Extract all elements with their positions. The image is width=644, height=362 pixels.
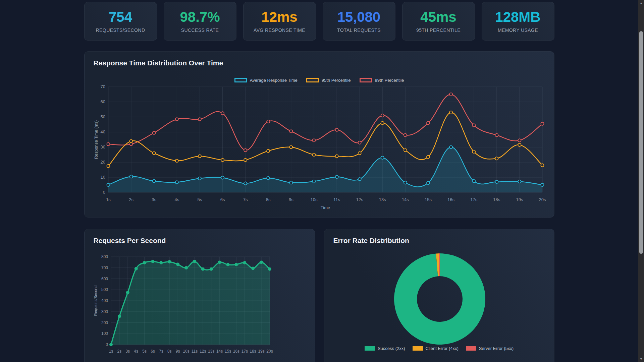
stat-value: 15,080 <box>337 10 380 24</box>
series-99th-percentile <box>107 93 544 152</box>
svg-text:15s: 15s <box>224 349 231 354</box>
svg-text:12s: 12s <box>200 349 206 354</box>
svg-text:17s: 17s <box>470 197 477 202</box>
x-axis-title: Time <box>320 205 330 210</box>
svg-text:70: 70 <box>100 84 105 89</box>
svg-text:15s: 15s <box>424 197 431 202</box>
grid-lines <box>108 87 542 192</box>
svg-text:12s: 12s <box>356 197 363 202</box>
requests-per-second-line-chart: 01002003004005006007008001s2s3s4s5s6s7s8… <box>85 229 315 362</box>
svg-text:10: 10 <box>100 175 105 180</box>
stat-value: 45ms <box>420 10 456 24</box>
stat-label: 95TH PERCENTILE <box>416 27 461 33</box>
stat-label: TOTAL REQUESTS <box>337 27 381 33</box>
svg-text:10s: 10s <box>310 197 317 202</box>
stat-card-95th-percentile: 45ms 95TH PERCENTILE <box>402 2 475 41</box>
svg-text:13s: 13s <box>208 349 214 354</box>
svg-text:4s: 4s <box>174 197 179 202</box>
legend-item-server-error-5xx[interactable]: Server Error (5xx) <box>466 346 514 351</box>
svg-text:20s: 20s <box>266 349 273 354</box>
svg-text:3s: 3s <box>152 197 156 202</box>
scroll-up-icon[interactable]: ▲ <box>638 0 644 6</box>
y-axis-title: Requests/Second <box>94 286 98 316</box>
legend-swatch-client-error <box>413 346 423 351</box>
svg-text:20: 20 <box>100 160 105 165</box>
svg-text:5s: 5s <box>142 349 147 354</box>
svg-text:6s: 6s <box>151 349 155 354</box>
stat-card-requests-per-second: 754 REQUESTS/SECOND <box>84 2 157 41</box>
svg-text:17s: 17s <box>241 349 248 354</box>
legend-label: Success (2xx) <box>378 346 405 351</box>
error-rate-donut-chart <box>324 229 555 362</box>
legend-item-success-2xx[interactable]: Success (2xx) <box>365 346 405 351</box>
svg-text:2s: 2s <box>117 349 121 354</box>
svg-text:20s: 20s <box>539 197 546 202</box>
svg-text:8s: 8s <box>266 197 270 202</box>
scrollbar[interactable]: ▲ ▼ <box>638 0 644 362</box>
stat-label: AVG RESPONSE TIME <box>254 27 305 33</box>
svg-text:200: 200 <box>101 320 108 325</box>
error-rate-legend: Success (2xx) Client Error (4xx) Server … <box>324 346 554 351</box>
svg-text:0: 0 <box>106 342 108 347</box>
legend-swatch-success <box>365 346 375 351</box>
stat-value: 12ms <box>261 10 297 24</box>
stat-card-avg-response-time: 12ms AVG RESPONSE TIME <box>243 2 316 41</box>
legend-item-client-error-4xx[interactable]: Client Error (4xx) <box>413 346 459 351</box>
svg-text:60: 60 <box>100 99 105 104</box>
svg-text:30: 30 <box>100 144 105 149</box>
bottom-row: Requests Per Second 01002003004005006007… <box>84 229 554 362</box>
svg-text:1s: 1s <box>106 197 111 202</box>
svg-text:50: 50 <box>100 114 105 119</box>
svg-text:5s: 5s <box>197 197 202 202</box>
svg-text:10s: 10s <box>183 349 189 354</box>
svg-text:300: 300 <box>101 309 108 314</box>
svg-text:7s: 7s <box>159 349 163 354</box>
svg-text:400: 400 <box>101 298 108 303</box>
svg-text:8s: 8s <box>167 349 171 354</box>
series-average-response-time <box>107 146 544 193</box>
svg-text:19s: 19s <box>516 197 523 202</box>
svg-text:100: 100 <box>101 331 108 336</box>
y-axis-title: Response Time (ms) <box>94 120 99 159</box>
error-rate-panel: Error Rate Distribution Success (2xx) Cl… <box>324 229 554 362</box>
stat-label: SUCCESS RATE <box>181 27 219 33</box>
svg-text:11s: 11s <box>191 349 197 354</box>
svg-text:3s: 3s <box>125 349 130 354</box>
svg-text:14s: 14s <box>401 197 409 202</box>
series-95th-percentile <box>107 111 544 168</box>
legend-label: Client Error (4xx) <box>426 346 459 351</box>
svg-text:11s: 11s <box>333 197 340 202</box>
svg-text:40: 40 <box>100 129 105 134</box>
stats-row: 754 REQUESTS/SECOND 98.7% SUCCESS RATE 1… <box>84 2 554 41</box>
svg-text:4s: 4s <box>134 349 138 354</box>
stat-value: 128MB <box>495 10 540 24</box>
svg-text:18s: 18s <box>250 349 256 354</box>
response-time-line-chart: 0102030405060701s2s3s4s5s6s7s8s9s10s11s1… <box>85 52 555 218</box>
legend-swatch-server-error <box>466 346 476 351</box>
svg-text:500: 500 <box>101 287 108 292</box>
series-requests-per-second <box>110 260 271 346</box>
svg-text:700: 700 <box>101 265 108 270</box>
response-time-chart-panel: Response Time Distribution Over Time Ave… <box>84 51 554 218</box>
stat-card-total-requests: 15,080 TOTAL REQUESTS <box>323 2 395 41</box>
svg-text:16s: 16s <box>447 197 454 202</box>
svg-text:9s: 9s <box>288 197 293 202</box>
svg-text:6s: 6s <box>220 197 225 202</box>
svg-text:0: 0 <box>103 190 105 195</box>
svg-text:2s: 2s <box>129 197 133 202</box>
svg-text:13s: 13s <box>379 197 386 202</box>
dashboard-page: 754 REQUESTS/SECOND 98.7% SUCCESS RATE 1… <box>0 0 638 362</box>
svg-text:14s: 14s <box>216 349 222 354</box>
svg-text:600: 600 <box>101 277 108 281</box>
stat-label: REQUESTS/SECOND <box>96 27 145 33</box>
svg-text:16s: 16s <box>233 349 239 354</box>
svg-text:1s: 1s <box>109 349 113 354</box>
svg-text:7s: 7s <box>243 197 248 202</box>
svg-text:18s: 18s <box>493 197 500 202</box>
scroll-down-icon[interactable]: ▼ <box>638 356 644 362</box>
legend-label: Server Error (5xx) <box>479 346 514 351</box>
stat-card-memory-usage: 128MB MEMORY USAGE <box>482 2 554 41</box>
stat-value: 98.7% <box>180 10 220 24</box>
stat-card-success-rate: 98.7% SUCCESS RATE <box>164 2 236 41</box>
scrollbar-thumb[interactable] <box>639 31 643 254</box>
